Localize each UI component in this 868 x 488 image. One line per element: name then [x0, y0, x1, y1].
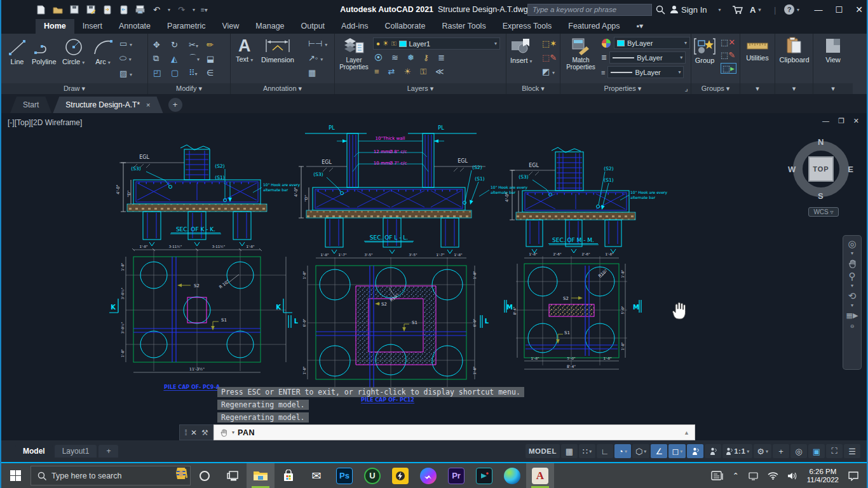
scale-tool-icon[interactable]: ▢ — [171, 68, 189, 78]
premiere-pro[interactable]: Pr — [442, 463, 470, 488]
rectangle-tool-icon[interactable]: ▭ ▾ — [119, 39, 132, 48]
search-input[interactable]: Type a keyword or phrase — [527, 4, 652, 16]
autodesk-app-icon[interactable]: A▾ — [750, 3, 761, 17]
isolate-objects[interactable]: ◎ — [790, 444, 807, 458]
command-input[interactable]: ▾ PAN ▲ — [214, 424, 695, 440]
file-tab-start[interactable]: Start — [10, 97, 51, 113]
linetype-dropdown[interactable]: ByLayer▾ — [607, 66, 684, 78]
zoom-dropdown-icon[interactable]: ▾ — [851, 283, 853, 288]
customization-plus[interactable]: + — [773, 444, 789, 458]
layer-isolate-icon[interactable]: ⦿ — [374, 53, 383, 62]
panel-title-utilities[interactable]: ▾ — [740, 83, 775, 94]
panel-title-draw[interactable]: Draw ▾ — [1, 83, 147, 94]
viewcube-top-face[interactable]: TOP — [808, 156, 834, 182]
stretch-tool-icon[interactable]: ◰ — [153, 68, 171, 78]
lineweight-dropdown[interactable]: ByLayer▾ — [609, 51, 686, 64]
zoom-tool-icon[interactable]: ⚲ — [849, 271, 856, 281]
layer-walk-icon[interactable]: ≪ — [435, 67, 444, 77]
save-icon[interactable] — [69, 4, 79, 15]
ribbon-tab-collaborate[interactable]: Collaborate — [376, 19, 433, 34]
color-wheel-icon[interactable] — [601, 38, 611, 48]
linear-dim-icon[interactable]: ⊢⊣ ▾ — [308, 39, 327, 48]
layer-freeze-icon[interactable]: ≋ — [391, 53, 398, 62]
messenger[interactable] — [414, 463, 442, 488]
compass-west[interactable]: W — [788, 165, 796, 174]
panel-title-groups[interactable]: Groups ▾ — [691, 83, 740, 94]
copy-tool-icon[interactable]: ⧉ — [153, 53, 171, 64]
polar-tracking[interactable]: ◔▾ — [614, 444, 631, 458]
arc-button[interactable]: Arc ▾ — [93, 37, 113, 65]
new-drawing-button[interactable]: + — [168, 98, 182, 112]
leader-icon[interactable]: ↗◦ ▾ — [308, 53, 327, 63]
help-icon[interactable]: ?▾ — [784, 3, 799, 17]
redo-icon[interactable]: ↷ — [176, 4, 187, 15]
grip-dots-icon[interactable]: ⁞⁞ — [184, 428, 186, 437]
layer-thaw-icon[interactable]: ☀ — [383, 39, 389, 48]
volume-icon[interactable] — [787, 471, 798, 480]
file-tab-document[interactable]: Structure Design-A.T*× — [53, 97, 163, 113]
maximize-button[interactable]: ☐ — [836, 5, 843, 15]
clean-screen[interactable]: ⛶ — [826, 444, 843, 458]
layer-color-swatch[interactable] — [399, 41, 407, 47]
ortho-mode[interactable]: ∟ — [597, 444, 613, 458]
ribbon-tab-parametric[interactable]: Parametric — [159, 19, 214, 34]
layer-prev-icon[interactable]: ⇄ — [388, 67, 395, 77]
ribbon-tab-view[interactable]: View — [214, 19, 247, 34]
snap-mode[interactable]: ∷▾ — [579, 444, 595, 458]
hidden-icons-chevron[interactable]: ⌃ — [733, 471, 739, 480]
object-snap-tracking[interactable]: ∠ — [651, 444, 667, 458]
photoshop[interactable]: Ps — [330, 463, 358, 488]
autocad-app[interactable]: A — [526, 463, 554, 488]
isometric-drafting[interactable]: ⬡▾ — [632, 444, 649, 458]
mirror-tool-icon[interactable]: ◭ — [171, 54, 189, 64]
ribbon-tab-manage[interactable]: Manage — [247, 19, 292, 34]
panel-title-modify[interactable]: Modify ▾ — [148, 83, 230, 94]
task-view-button[interactable] — [219, 463, 247, 488]
model-space-toggle[interactable]: MODEL — [526, 444, 560, 458]
circle-button[interactable]: Circle ▾ — [62, 37, 85, 65]
grid-display[interactable]: ▦ — [561, 444, 578, 458]
model-tab[interactable]: Model — [15, 445, 53, 458]
move-tool-icon[interactable]: ✥ — [153, 40, 171, 50]
save-to-mobile-icon[interactable] — [118, 4, 129, 15]
compass-east[interactable]: E — [848, 165, 853, 174]
command-line-grip[interactable]: ⁞⁞ ✕ ⚒ — [179, 424, 214, 440]
compass-south[interactable]: S — [818, 191, 824, 201]
navigation-wheel-icon[interactable]: ◎ — [848, 238, 856, 249]
new-file-icon[interactable] — [36, 4, 46, 15]
group-button[interactable]: Group — [694, 37, 715, 64]
polyline-button[interactable]: Polyline — [32, 37, 57, 65]
layer-unlock-icon[interactable]: ⚿ — [391, 40, 397, 48]
open-from-mobile-icon[interactable] — [102, 4, 112, 15]
start-button[interactable] — [1, 463, 29, 488]
ribbon-tab-insert[interactable]: Insert — [74, 19, 111, 34]
command-customize-icon[interactable]: ⚒ — [201, 428, 208, 437]
qat-customize-icon[interactable]: ≡▾ — [201, 6, 208, 13]
layer-properties-button[interactable]: Layer Properties — [337, 36, 370, 71]
view-cube[interactable]: N S W E TOP — [790, 139, 851, 200]
layer-dropdown-caret[interactable]: ▾ — [494, 41, 497, 46]
compass-north[interactable]: N — [818, 137, 824, 147]
tray-app-icon[interactable] — [748, 471, 759, 480]
ribbon-tab-output[interactable]: Output — [293, 19, 334, 34]
layer-unlock-all-icon[interactable]: ⚿ — [420, 67, 426, 77]
clipboard-button[interactable]: Clipboard — [778, 37, 811, 64]
wifi-icon[interactable] — [768, 471, 778, 480]
line-button[interactable]: Line — [8, 37, 27, 65]
wcs-menu[interactable]: WCS ▿ — [808, 207, 839, 217]
ribbon-tab-add-ins[interactable]: Add-ins — [333, 19, 376, 34]
dimension-button[interactable]: Dimension — [261, 37, 294, 64]
cortana-button[interactable] — [191, 463, 219, 488]
ribbon-tab-annotate[interactable]: Annotate — [111, 19, 159, 34]
search-icon[interactable] — [656, 3, 665, 17]
block-attributes-icon[interactable]: ◩ ▾ — [542, 67, 557, 76]
navbar-collapse-icon[interactable]: ⊖ — [850, 324, 855, 329]
taskbar-search[interactable]: Type here to search — [29, 466, 191, 485]
redo-dropdown-icon[interactable]: ▾ — [193, 7, 195, 13]
new-layout-button[interactable]: + — [98, 445, 118, 458]
layer-unisolate-icon[interactable]: ≡ — [374, 67, 379, 77]
object-color-dropdown[interactable]: ByLayer▾ — [614, 37, 690, 49]
array-tool-icon[interactable]: ⠿▾ — [189, 68, 207, 78]
erase-tool-icon[interactable]: ✏ — [207, 40, 224, 50]
vp-close-icon[interactable]: ✕ — [853, 117, 859, 125]
